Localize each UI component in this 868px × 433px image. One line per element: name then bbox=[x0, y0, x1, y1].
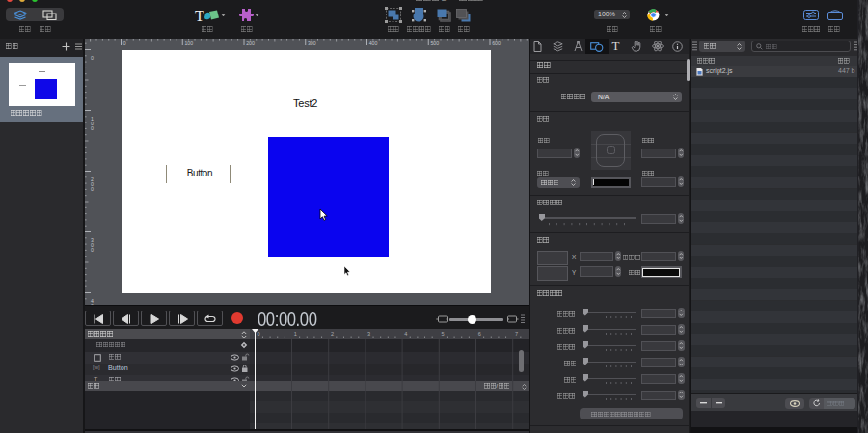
svg-text:T: T bbox=[195, 8, 204, 24]
